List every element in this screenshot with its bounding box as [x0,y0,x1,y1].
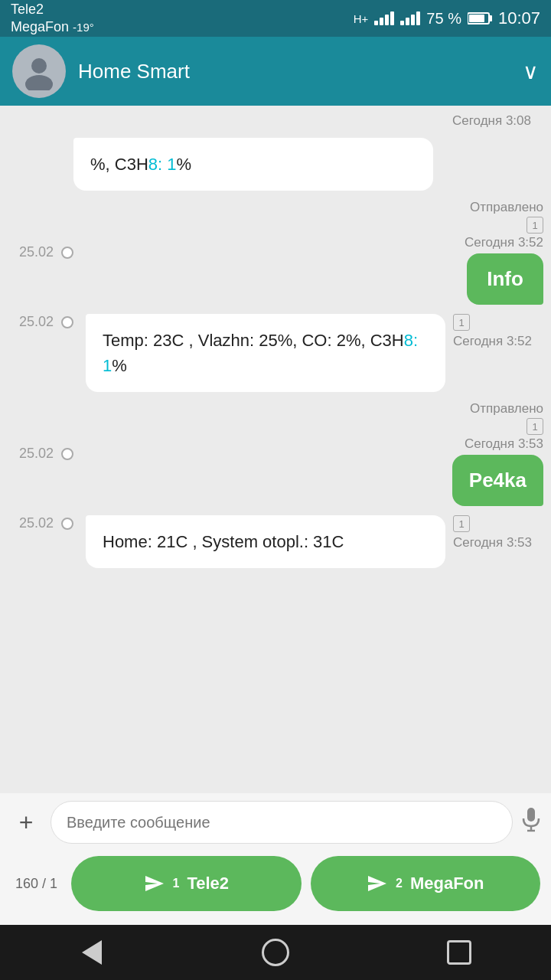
timeline-dot [61,247,73,259]
time-display: 10:07 [498,8,540,28]
status-right: H+ 75 % 10:07 [354,8,540,28]
bubble-info: Info [467,253,543,305]
signal-icon-1 [374,11,394,25]
delivery-icon: 1 [527,217,543,234]
carrier-name: Tele2 [11,1,94,18]
svg-rect-2 [469,15,484,22]
timeline-dot-2 [61,316,73,328]
message-input[interactable] [51,801,513,844]
send-megafon-label: MegaFon [410,874,484,893]
mic-icon[interactable] [522,808,540,838]
received-temp-row: 25.02 Temp: 23C , Vlazhn: 25%, CO: 2%, С… [0,314,551,392]
back-button[interactable] [69,929,115,975]
home-icon [262,939,289,966]
recents-icon [447,940,471,965]
partial-top-time: Сегодня 3:08 [452,113,543,129]
input-area: + [0,793,551,851]
svg-point-4 [25,75,53,90]
send-tele2-icon [144,874,165,893]
sent-info-row: 25.02 Отправлено 1 Сегодня 3:52 Info [0,200,551,305]
carrier-info: Tele2 MegaFon -19° [11,1,94,37]
hplus-indicator: H+ [354,12,369,25]
bubble-pe4ka: Pe4ka [452,455,543,506]
svg-point-3 [31,58,47,74]
received-left-2: 25.02 [8,515,81,531]
timeline-dot-3 [61,448,73,460]
sms-counter: 160 / 1 [11,876,62,892]
temp-display: -19° [73,21,94,34]
received-home-date: 25.02 [8,515,54,531]
send-megafon-sub: 2 [396,877,403,890]
back-icon [82,940,102,965]
sent-pe4ka-meta: Отправлено 1 Сегодня 3:53 [465,401,543,452]
sent-pe4ka-date: 25.02 [8,446,54,462]
sent-info-message: Отправлено 1 Сегодня 3:52 Info [465,200,543,305]
delivery-icon-2: 1 [453,314,470,331]
chat-area: Сегодня 3:08 %, С3Н8: 1% 25.02 Отправлен… [0,106,551,793]
battery-icon [468,11,492,25]
attach-button[interactable]: + [11,808,41,837]
avatar [12,44,66,98]
signal-icon-2 [400,11,420,25]
battery-level: 75 % [426,10,461,28]
send-megafon-button[interactable]: 2 MegaFon [311,856,540,911]
nav-bar [0,925,551,980]
send-tele2-sub: 1 [173,877,180,890]
recents-button[interactable] [436,929,482,975]
sent-pe4ka-row: 25.02 Отправлено 1 Сегодня 3:53 Pe4ka [0,401,551,506]
received-temp-date: 25.02 [8,314,54,330]
svg-rect-1 [489,15,492,21]
chat-title: Home Smart [78,60,523,83]
received-temp-meta: 1 Сегодня 3:52 [453,314,532,349]
status-bar: Tele2 MegaFon -19° H+ 75 % 10:07 [0,0,551,37]
send-megafon-icon [367,874,388,893]
timeline-dot-4 [61,518,73,530]
network-name: MegaFon -19° [11,18,94,36]
svg-marker-8 [145,876,164,891]
bubble-temp: Temp: 23C , Vlazhn: 25%, CO: 2%, С3Н8: 1… [86,314,445,392]
delivery-icon-3: 1 [527,418,543,435]
delivery-icon-4: 1 [453,515,470,532]
received-home-meta: 1 Сегодня 3:53 [453,515,532,550]
send-tele2-label: Tele2 [187,874,229,893]
received-left-1: 25.02 [8,314,81,330]
svg-rect-5 [527,808,535,822]
home-button[interactable] [253,929,298,975]
avatar-icon [20,52,58,90]
sent-info-meta: Отправлено 1 Сегодня 3:52 [465,200,543,250]
send-tele2-button[interactable]: 1 Tele2 [71,856,301,911]
sent-info-date: 25.02 [8,244,54,260]
partial-received-bubble: %, С3Н8: 1% [73,138,433,191]
chevron-down-icon[interactable]: ∨ [523,59,539,84]
send-row: 160 / 1 1 Tele2 2 MegaFon [0,851,551,925]
received-home-row: 25.02 Home: 21C , System otopl.: 31C 1 С… [0,515,551,568]
sent-pe4ka-message: Отправлено 1 Сегодня 3:53 Pe4ka [452,401,543,506]
bubble-home: Home: 21C , System otopl.: 31C [86,515,445,568]
svg-marker-9 [368,876,386,891]
app-header: Home Smart ∨ [0,37,551,106]
partial-top-meta: Сегодня 3:08 [0,113,551,132]
